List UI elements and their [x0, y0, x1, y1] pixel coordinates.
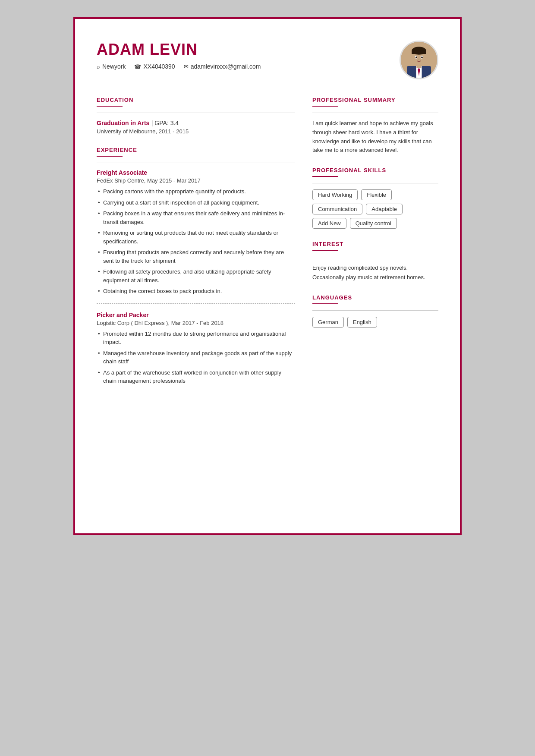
languages-title: LANGUAGES [312, 294, 438, 301]
interest-text: Enjoy reading complicated spy novels. Oc… [312, 263, 438, 282]
left-column: EDUCATION Graduation in Arts | GPA: 3.4 … [97, 97, 295, 397]
skill-tag: Quality control [350, 218, 397, 229]
job-2-title: Picker and Packer [97, 312, 295, 318]
email-item: ✉ adamlevinxxx@gmail.com [184, 63, 261, 70]
job-2: Picker and Packer Logistic Corp ( Dhl Ex… [97, 312, 295, 385]
experience-title: EXPERIENCE [97, 147, 295, 153]
interest-section: INTEREST Enjoy reading complicated spy n… [312, 241, 438, 282]
job-1-company: FedEx Ship Centre, May 2015 - Mar 2017 [97, 177, 295, 184]
bullet-item: Obtaining the correct boxes to pack prod… [97, 287, 295, 296]
svg-point-13 [425, 56, 428, 60]
interest-divider [312, 250, 338, 251]
job-2-company: Logistic Corp ( Dhl Express ), Mar 2017 … [97, 320, 295, 326]
location-item: ⌕ Newyork [97, 63, 126, 70]
education-section: EDUCATION Graduation in Arts | GPA: 3.4 … [97, 97, 295, 135]
interest-line-1: Enjoy reading complicated spy novels. [312, 263, 438, 273]
education-line [97, 113, 295, 113]
skill-tag: Hard Working [312, 189, 358, 200]
summary-text: I am quick learner and hope to achieve m… [312, 119, 438, 155]
education-divider [97, 106, 123, 107]
job-1-title: Freight Associate [97, 169, 295, 176]
svg-rect-7 [412, 51, 426, 54]
languages-section: LANGUAGES German English [312, 294, 438, 328]
bullet-item: Promoted within 12 months due to strong … [97, 330, 295, 346]
header-contact: ⌕ Newyork ☎ XX4040390 ✉ adamlevinxxx@gma… [97, 63, 261, 70]
job-1: Freight Associate FedEx Ship Centre, May… [97, 169, 295, 296]
skills-line [312, 183, 438, 183]
skill-tag: Add New [312, 218, 346, 229]
bullet-item: Carrying out a start of shift inspection… [97, 198, 295, 207]
skills-divider [312, 176, 338, 177]
bullet-item: Packing boxes in a way that ensures thei… [97, 209, 295, 226]
education-degree-line: Graduation in Arts | GPA: 3.4 [97, 119, 295, 127]
lang-tag-german: German [312, 317, 344, 328]
job-separator [97, 303, 295, 304]
bullet-item: Packing cartons with the appropriate qua… [97, 187, 295, 196]
interest-title: INTEREST [312, 241, 438, 247]
header: ADAM LEVIN ⌕ Newyork ☎ XX4040390 ✉ adaml… [97, 41, 438, 79]
right-column: PROFESSIONAL SUMMARY I am quick learner … [312, 97, 438, 397]
interest-line [312, 257, 438, 257]
edu-gpa: | GPA: 3.4 [151, 120, 179, 126]
bullet-item: Following all safety procedures, and als… [97, 268, 295, 284]
edu-school: University of Melbourne, 2011 - 2015 [97, 128, 295, 135]
experience-section: EXPERIENCE Freight Associate FedEx Ship … [97, 147, 295, 385]
lang-tags: German English [312, 317, 438, 328]
job-2-bullets: Promoted within 12 months due to strong … [97, 330, 295, 385]
skills-title: PROFESSIONAL SKILLS [312, 167, 438, 173]
skill-tag: Flexible [361, 189, 392, 200]
interest-line-2: Occasionally play music at retirement ho… [312, 273, 438, 282]
bullet-item: As a part of the warehouse staff worked … [97, 369, 295, 385]
languages-line [312, 310, 438, 311]
two-column-layout: EDUCATION Graduation in Arts | GPA: 3.4 … [97, 97, 438, 397]
phone-icon: ☎ [134, 63, 141, 70]
summary-line [312, 113, 438, 113]
summary-section: PROFESSIONAL SUMMARY I am quick learner … [312, 97, 438, 155]
svg-point-11 [421, 57, 423, 58]
profile-photo [400, 41, 438, 79]
experience-divider [97, 156, 123, 157]
email-text: adamlevinxxx@gmail.com [191, 63, 261, 70]
bullet-item: Ensuring that products are packed correc… [97, 248, 295, 265]
skill-tag: Communication [312, 204, 362, 214]
summary-divider [312, 106, 338, 107]
skills-tags: Hard Working Flexible Communication Adap… [312, 189, 438, 229]
bullet-item: Removing or sorting out products that do… [97, 229, 295, 246]
experience-line [97, 163, 295, 163]
summary-title: PROFESSIONAL SUMMARY [312, 97, 438, 103]
candidate-name: ADAM LEVIN [97, 41, 261, 59]
avatar-svg [401, 41, 437, 79]
header-left: ADAM LEVIN ⌕ Newyork ☎ XX4040390 ✉ adaml… [97, 41, 261, 70]
phone-text: XX4040390 [143, 63, 175, 70]
location-icon: ⌕ [97, 63, 100, 70]
job-1-bullets: Packing cartons with the appropriate qua… [97, 187, 295, 296]
edu-degree: Graduation in Arts [97, 120, 149, 126]
skills-section: PROFESSIONAL SKILLS Hard Working Flexibl… [312, 167, 438, 229]
skill-tag: Adaptable [366, 204, 403, 214]
svg-point-10 [415, 57, 417, 58]
languages-divider [312, 303, 338, 304]
svg-point-12 [410, 56, 413, 60]
bullet-item: Managed the warehouse inventory and pack… [97, 349, 295, 366]
email-icon: ✉ [184, 63, 189, 70]
phone-item: ☎ XX4040390 [134, 63, 175, 70]
resume-page: ADAM LEVIN ⌕ Newyork ☎ XX4040390 ✉ adaml… [73, 17, 462, 535]
education-title: EDUCATION [97, 97, 295, 103]
location-text: Newyork [102, 63, 126, 70]
lang-tag-english: English [347, 317, 377, 328]
